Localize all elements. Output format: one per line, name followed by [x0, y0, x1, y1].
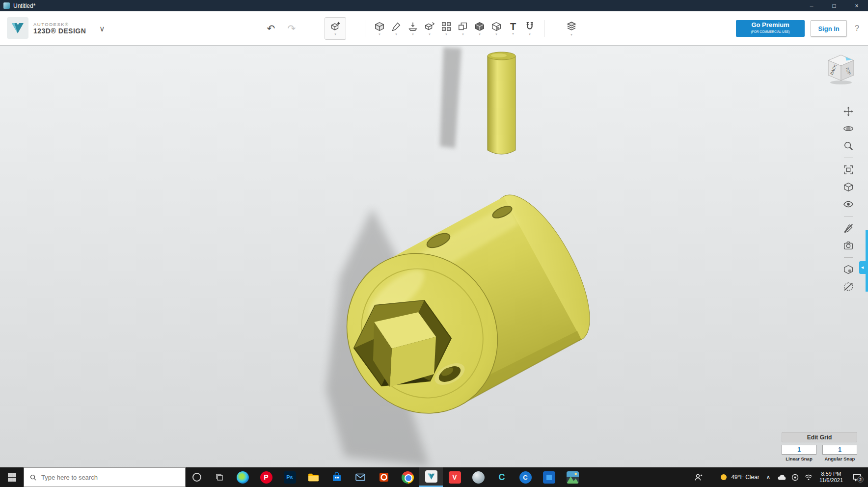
pencil-check-icon — [391, 21, 402, 32]
clock[interactable]: 8:59 PM 11/6/2021 — [819, 471, 843, 484]
people-icon[interactable] — [694, 473, 703, 482]
app-file-explorer[interactable] — [301, 467, 325, 487]
undo-button[interactable]: ↶ — [263, 16, 279, 41]
navigation-toolbar — [841, 105, 856, 293]
photos-icon — [567, 471, 579, 484]
screenshot-camera-icon[interactable] — [842, 239, 855, 252]
vivaldi-icon: V — [449, 471, 461, 484]
toolbar-actions: Go Premium (FOR COMMERCIAL USE) Sign In … — [736, 11, 861, 46]
orbit-icon[interactable] — [842, 122, 855, 135]
tool-modify[interactable]: ▾ — [421, 16, 438, 41]
pan-icon[interactable] — [842, 105, 855, 118]
app-menu-chevron-icon[interactable]: ∨ — [97, 22, 107, 35]
network-wifi-icon[interactable] — [804, 473, 813, 482]
notification-count-badge: 2 — [857, 476, 864, 483]
undo-icon: ↶ — [267, 23, 275, 34]
app-sphere[interactable] — [466, 467, 490, 487]
c-teal-icon: C — [499, 472, 505, 483]
chrome-icon — [402, 471, 414, 484]
tool-pattern[interactable]: ▾ — [438, 16, 455, 41]
mail-icon — [354, 471, 366, 483]
tool-insert-primitive[interactable]: ▾ — [325, 17, 346, 40]
two-cubes-icon — [458, 21, 468, 32]
view-cube[interactable]: BACK TOP — [824, 52, 858, 86]
app-icon — [3, 2, 10, 9]
pinned-apps: P Ps — [231, 467, 584, 487]
weather-icon — [720, 473, 728, 481]
taskbar-search[interactable] — [24, 467, 186, 487]
solid-cube-icon — [474, 21, 485, 32]
show-hidden-icons-chevron[interactable]: ∧ — [764, 474, 773, 481]
title-bar: Untitled* – □ × — [0, 0, 868, 11]
system-tray: 49°F Clear ∧ 8:59 PM 11/6/2021 2 — [694, 467, 868, 487]
tool-text[interactable]: T ▾ — [505, 16, 521, 41]
viewport-3d[interactable]: BACK TOP — [0, 46, 868, 467]
hidden-edges-icon[interactable] — [842, 280, 855, 293]
maximize-button[interactable]: □ — [823, 0, 845, 11]
model-small-cylinder[interactable] — [488, 52, 515, 154]
sign-in-button[interactable]: Sign In — [811, 20, 847, 37]
edit-grid-button[interactable]: Edit Grid — [782, 432, 857, 442]
zoom-icon[interactable] — [842, 139, 855, 152]
tool-snap[interactable]: ▾ — [521, 16, 538, 41]
magnet-icon — [524, 21, 535, 32]
search-input[interactable] — [41, 474, 174, 481]
app-vivaldi[interactable]: V — [443, 467, 466, 487]
angular-snap-input[interactable] — [822, 445, 857, 455]
side-panel-expand-tab[interactable]: ◀ — [859, 261, 866, 274]
app-store[interactable] — [325, 467, 349, 487]
go-premium-button[interactable]: Go Premium (FOR COMMERCIAL USE) — [736, 20, 805, 37]
start-button[interactable] — [0, 467, 24, 487]
tool-grouping[interactable]: ▾ — [455, 16, 471, 41]
store-icon — [331, 471, 343, 483]
weather-widget[interactable]: 49°F Clear — [720, 473, 760, 481]
edge-icon — [237, 471, 249, 484]
scene — [0, 46, 868, 467]
visibility-eye-icon[interactable] — [842, 198, 855, 211]
tool-layers[interactable]: ▾ — [563, 16, 580, 41]
redo-icon: ↷ — [288, 23, 296, 34]
windows-logo-icon — [8, 473, 16, 482]
action-center-button[interactable]: 2 — [849, 471, 864, 484]
close-button[interactable]: × — [845, 0, 868, 11]
extrude-icon — [407, 21, 418, 32]
tool-sketch[interactable]: ▾ — [388, 16, 405, 41]
side-panel-strip[interactable] — [866, 230, 868, 292]
tool-primitives[interactable]: ▾ — [371, 16, 388, 41]
app-mail[interactable] — [349, 467, 372, 487]
cortana-button[interactable] — [186, 467, 208, 487]
app-chrome[interactable] — [396, 467, 419, 487]
hide-sketches-icon[interactable] — [842, 222, 855, 235]
tool-combine[interactable]: ▾ — [471, 16, 488, 41]
app-c-teal[interactable]: C — [490, 467, 514, 487]
task-view-button[interactable] — [208, 467, 231, 487]
app-blue-tile[interactable] — [537, 467, 561, 487]
material-view-icon[interactable] — [842, 263, 855, 276]
meet-now-icon[interactable] — [791, 473, 800, 482]
cube-arrow-icon — [424, 21, 435, 32]
edit-grid-panel: Edit Grid Linear Snap Angular Snap — [782, 432, 857, 461]
fit-view-icon[interactable] — [842, 163, 855, 176]
tool-construct[interactable]: ▾ — [405, 16, 421, 41]
brand-line1: AUTODESK® — [33, 22, 86, 27]
view-mode-icon[interactable] — [842, 181, 855, 193]
angular-snap-label: Angular Snap — [822, 456, 857, 461]
onedrive-cloud-icon[interactable] — [777, 473, 787, 482]
tool-material[interactable]: ▾ — [488, 16, 505, 41]
app-office[interactable] — [372, 467, 396, 487]
app-photos[interactable] — [561, 467, 584, 487]
windows-taskbar: P Ps — [0, 467, 868, 487]
app-photoshop[interactable]: Ps — [278, 467, 301, 487]
minimize-button[interactable]: – — [800, 0, 823, 11]
cortana-icon — [192, 473, 201, 482]
redo-button[interactable]: ↷ — [283, 16, 300, 41]
linear-snap-input[interactable] — [782, 445, 816, 455]
app-edge[interactable] — [231, 467, 254, 487]
folder-icon — [307, 471, 320, 484]
blue-app-icon — [543, 471, 555, 484]
sphere-app-icon — [472, 471, 485, 484]
app-123d-design[interactable] — [419, 467, 443, 487]
help-icon[interactable]: ? — [853, 22, 861, 35]
app-c-blue[interactable]: C — [514, 467, 537, 487]
app-pinterest[interactable]: P — [254, 467, 278, 487]
